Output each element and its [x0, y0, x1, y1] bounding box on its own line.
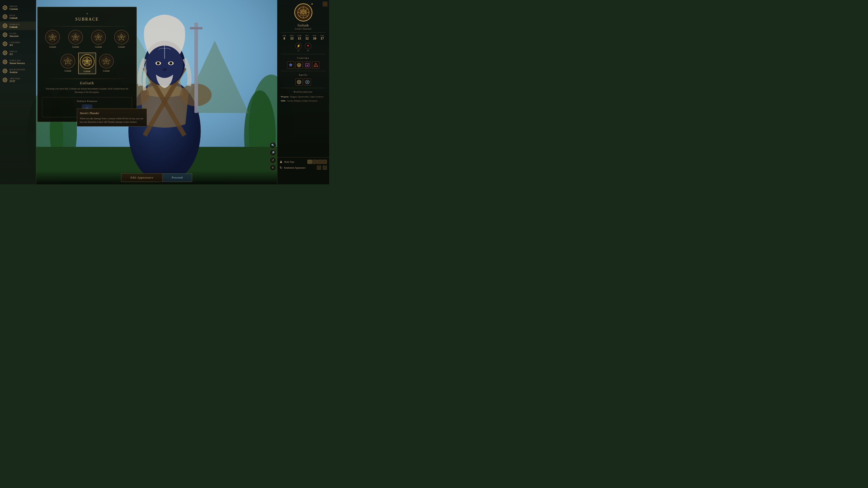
- subrace-name-3: Goliath: [95, 46, 102, 48]
- panel-title: Subrace: [42, 17, 132, 22]
- body-type-btn-2[interactable]: [312, 160, 317, 164]
- race-label: Race: [9, 14, 18, 17]
- sidebar-item-race[interactable]: ✓ Race Goliath: [0, 12, 36, 21]
- str-label: STR: [283, 35, 286, 37]
- sidebar-item-cantrips[interactable]: ✓ Cantrips 4/4: [0, 39, 36, 48]
- stat-cha: CHA 17: [319, 35, 326, 40]
- subrace-option-3[interactable]: Goliath: [88, 29, 109, 49]
- cantrips-value: 4/4: [9, 43, 20, 46]
- check-abilities: ✓: [3, 78, 7, 82]
- subrace-option-4[interactable]: Goliath: [111, 29, 132, 49]
- body-type-btn-4[interactable]: [322, 160, 327, 164]
- body-type-btn-3[interactable]: [317, 160, 322, 164]
- weapons-text: - Daggers, Quarterstaffs, Light Crossbow…: [289, 96, 323, 98]
- svg-line-42: [306, 8, 307, 9]
- body-type-label: Body Type: [284, 161, 306, 163]
- cantrip-icon-4[interactable]: [312, 61, 319, 69]
- subrace-option-2[interactable]: Goliath: [65, 29, 86, 49]
- abilities-value: 27/27: [9, 80, 20, 83]
- dex-value: 13: [290, 37, 293, 40]
- sidebar-item-spells[interactable]: ✓ Spells 2/2: [0, 48, 36, 57]
- character-emblem: ★: [294, 3, 312, 22]
- subrace-icon-2: [68, 30, 83, 44]
- abilities-label: Abilities: [9, 77, 20, 80]
- ability-scores: STR 8 DEX 13 CON 15 INT 12 WIS 10 CHA 17: [281, 35, 326, 40]
- hp-box: ♥ 8: [305, 43, 311, 52]
- wis-label: WIS: [313, 35, 316, 37]
- check-origin: ✓: [3, 5, 7, 10]
- origin-label: Origin: [9, 5, 18, 7]
- char-race: Goliath: [281, 24, 326, 27]
- edit-appearance-button[interactable]: Edit Appearance: [121, 173, 162, 182]
- check-subrace: ✓: [3, 24, 7, 28]
- zoom-out-button[interactable]: 🔎: [270, 150, 276, 156]
- proceed-button[interactable]: Proceed: [162, 173, 192, 182]
- subrace-icon-3: [91, 30, 106, 44]
- svg-point-35: [300, 9, 307, 16]
- appearance-controls: ♟ Body Type ↻ Randomise Appearance ‹ ›: [277, 157, 329, 184]
- cantrip-icon-3[interactable]: [304, 61, 311, 69]
- proficiencies-section-label: Proficiencies: [281, 90, 326, 93]
- subrace-option-1[interactable]: Goliath: [42, 29, 63, 49]
- stat-str: STR 8: [281, 35, 288, 40]
- svg-rect-12: [194, 23, 198, 113]
- svg-rect-13: [190, 27, 203, 29]
- sidebar-item-subrace[interactable]: ✓ Subrace Goliath: [0, 22, 36, 30]
- zoom-in-button[interactable]: 🔍: [270, 142, 276, 149]
- subrace-grid-row2: Goliath Goliath Goliath: [42, 53, 132, 74]
- sidebar-item-origin[interactable]: ✓ Origin Custom: [0, 3, 36, 12]
- spell-icon-2[interactable]: [304, 78, 311, 86]
- check-background: ✓: [3, 69, 7, 73]
- randomise-prev-button[interactable]: ‹: [317, 166, 321, 170]
- reaction-icon: ⚡: [295, 43, 302, 49]
- subrace-option-5[interactable]: Goliath: [59, 53, 76, 74]
- cantrips-label: Cantrips: [9, 41, 20, 43]
- weapons-proficiency: Weapons - Daggers, Quarterstaffs, Light …: [281, 95, 326, 98]
- subrace-icon-7: [99, 54, 114, 68]
- body-type-buttons: [307, 160, 327, 164]
- body-type-btn-1[interactable]: [307, 160, 312, 164]
- close-button[interactable]: ×: [323, 2, 327, 6]
- randomise-label: Randomise Appearance: [284, 166, 315, 169]
- subrace-panel: ⚬ Subrace Goliath: [37, 7, 137, 122]
- features-title: Subrace Features: [44, 100, 129, 102]
- sidebar-item-subclass[interactable]: ✓ Subclass Storm Sorcery: [0, 58, 36, 66]
- tooltip-text: When you take damage from a creature wit…: [80, 117, 144, 124]
- left-navigation: ✓ Origin Custom ✓ Race Goliath ✓ Subrace…: [0, 0, 36, 184]
- skills-text: - Arcana, Religion, Insight, Persuasion: [286, 100, 317, 102]
- dex-label: DEX: [290, 35, 294, 37]
- int-value: 12: [305, 37, 309, 40]
- check-subclass: ✓: [3, 60, 7, 64]
- cha-label: CHA: [320, 35, 324, 37]
- subrace-value: Goliath: [9, 26, 20, 28]
- race-value: Goliath: [9, 17, 18, 19]
- camera-controls: 🔍 🔎 ↺ ↻: [270, 142, 276, 171]
- str-value: 8: [283, 37, 285, 40]
- subrace-name-2: Goliath: [72, 46, 79, 48]
- subrace-icon-6: [80, 54, 94, 69]
- skills-proficiency: Skills - Arcana, Religion, Insight, Pers…: [281, 99, 326, 103]
- cantrip-icon-2[interactable]: [296, 61, 303, 69]
- sidebar-item-class[interactable]: ✓ Class Sorcerer: [0, 31, 36, 39]
- subrace-option-6-selected[interactable]: Goliath: [78, 53, 96, 74]
- subrace-icon-5: [61, 54, 75, 68]
- character-summary-panel: × ★: [277, 0, 329, 184]
- randomise-next-button[interactable]: ›: [323, 166, 327, 170]
- sidebar-item-abilities[interactable]: ✓ Abilities 27/27: [0, 76, 36, 84]
- cantrip-icon-1[interactable]: [287, 61, 294, 69]
- rotate-left-button[interactable]: ↺: [270, 157, 276, 163]
- spell-icon-1[interactable]: [296, 78, 303, 86]
- subrace-option-7[interactable]: Goliath: [98, 53, 115, 74]
- background-value: Acolyte: [9, 71, 25, 73]
- character-name-display: Goliath Level 1 Sorcerer: [281, 24, 326, 30]
- subrace-icon-1: [45, 30, 60, 44]
- subrace-icon-4: [114, 30, 129, 44]
- origin-value: Custom: [9, 7, 18, 10]
- svg-line-41: [306, 15, 307, 17]
- cha-value: 17: [320, 37, 324, 40]
- sidebar-item-background[interactable]: ✓ Background Acolyte: [0, 67, 36, 75]
- con-label: CON: [298, 35, 302, 37]
- rotate-right-button[interactable]: ↻: [270, 164, 276, 171]
- subrace-name-5: Goliath: [64, 70, 71, 72]
- cantrips-section-label: Cantrips: [281, 57, 326, 59]
